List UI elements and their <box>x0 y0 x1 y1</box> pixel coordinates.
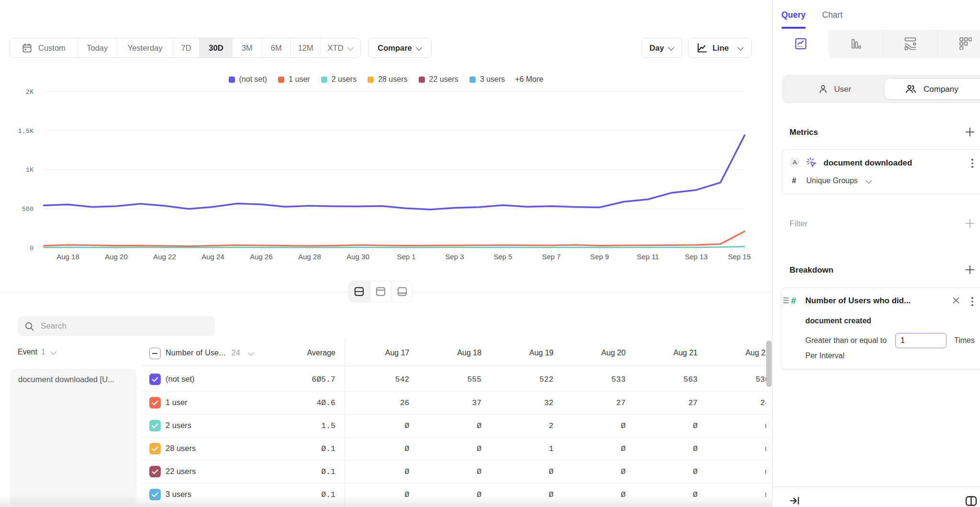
svg-text:Sep 11: Sep 11 <box>637 253 659 261</box>
svg-text:Aug 26: Aug 26 <box>250 253 273 261</box>
svg-text:Sep 15: Sep 15 <box>728 253 751 261</box>
svg-text:Aug 22: Aug 22 <box>153 253 176 261</box>
svg-text:1K: 1K <box>26 166 34 174</box>
svg-text:Sep 5: Sep 5 <box>493 253 512 261</box>
svg-text:Sep 13: Sep 13 <box>685 253 708 261</box>
svg-text:Aug 18: Aug 18 <box>56 253 79 261</box>
svg-text:Aug 20: Aug 20 <box>105 253 128 261</box>
svg-text:2K: 2K <box>26 88 34 96</box>
svg-text:Sep 7: Sep 7 <box>542 253 560 261</box>
svg-text:1.5K: 1.5K <box>18 128 34 135</box>
svg-text:Aug 24: Aug 24 <box>201 253 224 261</box>
svg-text:Aug 30: Aug 30 <box>346 253 369 261</box>
svg-text:Aug 28: Aug 28 <box>298 253 321 261</box>
svg-text:Sep 3: Sep 3 <box>445 253 464 261</box>
svg-text:0: 0 <box>30 245 33 252</box>
svg-text:Sep 1: Sep 1 <box>397 253 415 261</box>
svg-text:Sep 9: Sep 9 <box>590 253 609 261</box>
svg-text:500: 500 <box>22 206 33 213</box>
